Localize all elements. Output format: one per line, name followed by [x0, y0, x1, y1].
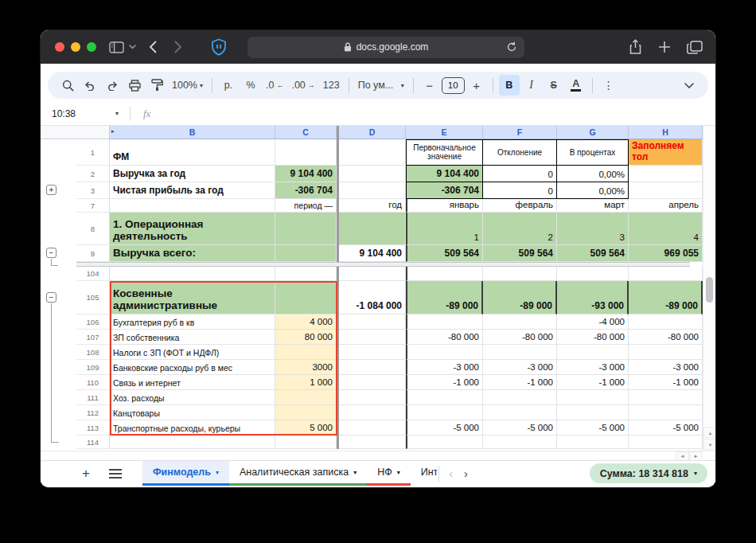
cell-E111[interactable]: [406, 390, 483, 405]
cell-D8[interactable]: [339, 213, 406, 245]
cell-F104[interactable]: [483, 267, 557, 281]
scroll-down-icon[interactable]: ▼: [703, 439, 715, 450]
cell-H110[interactable]: -1 000: [629, 375, 703, 390]
currency-format-button[interactable]: р.: [218, 75, 239, 96]
cell-G1[interactable]: В процентах: [557, 139, 629, 166]
toolbar-collapse-chevron-icon[interactable]: [684, 83, 694, 88]
cell-E107[interactable]: -80 000: [406, 330, 483, 345]
cell-B7[interactable]: [110, 199, 275, 213]
cell-F8[interactable]: 2: [483, 213, 557, 245]
cell-E3[interactable]: -306 704: [406, 182, 483, 199]
undo-icon[interactable]: [80, 75, 100, 96]
cell-B108[interactable]: Налоги с ЗП (ФОТ и НДФЛ): [110, 345, 275, 360]
column-header-H[interactable]: H: [629, 126, 703, 139]
cell-D108[interactable]: [339, 345, 406, 360]
cell-E109[interactable]: -3 000: [406, 360, 483, 375]
new-tab-icon[interactable]: [658, 41, 671, 53]
cell-D114[interactable]: [339, 436, 406, 449]
row-group-collapse-button[interactable]: −: [46, 248, 57, 258]
font-size-input[interactable]: 10: [442, 77, 465, 94]
cell-E108[interactable]: [406, 345, 483, 360]
cell-C109[interactable]: 3000: [275, 360, 337, 375]
cell-E105[interactable]: -89 000: [406, 281, 483, 314]
cell-F107[interactable]: -80 000: [483, 330, 557, 345]
share-icon[interactable]: [629, 39, 642, 55]
row-number[interactable]: 2: [76, 166, 110, 182]
vertical-scrollbar[interactable]: ▲ ▼: [703, 126, 715, 451]
cell-F113[interactable]: -5 000: [483, 420, 557, 436]
cell-B2[interactable]: Выручка за год: [110, 166, 275, 182]
name-box[interactable]: 10:38 ▾: [52, 108, 125, 119]
forward-icon[interactable]: [174, 41, 182, 53]
cell-F2[interactable]: 0: [483, 166, 557, 182]
vertical-scrollbar-thumb[interactable]: [706, 277, 713, 303]
cell-B110[interactable]: Связь и интернет: [110, 375, 275, 390]
sidebar-icon[interactable]: [109, 41, 124, 53]
sheet-tab-1[interactable]: Финмодель▾: [142, 461, 229, 486]
cell-D105[interactable]: -1 084 000: [339, 281, 406, 314]
cell-D9[interactable]: 9 104 400: [339, 245, 406, 262]
cell-G3[interactable]: 0,00%: [557, 182, 629, 199]
column-header-F[interactable]: F: [483, 126, 557, 139]
row-number[interactable]: 109: [76, 360, 110, 375]
increase-font-size-button[interactable]: +: [466, 75, 487, 96]
cell-F1[interactable]: Отклонение: [483, 139, 557, 166]
cell-C106[interactable]: 4 000: [275, 314, 337, 330]
row-number[interactable]: 106: [76, 314, 110, 330]
cell-E2[interactable]: 9 104 400: [406, 166, 483, 182]
traffic-light[interactable]: [55, 42, 64, 52]
cell-E112[interactable]: [406, 405, 483, 420]
cell-D1[interactable]: [339, 139, 406, 166]
cell-C114[interactable]: [275, 436, 337, 449]
number-format-button[interactable]: 123: [320, 75, 343, 96]
sheet-tab-4[interactable]: Инт: [411, 461, 437, 486]
cell-F108[interactable]: [483, 345, 557, 360]
more-options-icon[interactable]: ⋮: [598, 75, 619, 96]
cell-C9[interactable]: [275, 245, 337, 262]
cell-C3[interactable]: -306 704: [275, 182, 337, 199]
cell-B104[interactable]: [110, 267, 275, 281]
cell-H106[interactable]: [629, 314, 703, 330]
cell-D109[interactable]: [339, 360, 406, 375]
cell-F112[interactable]: [483, 405, 557, 420]
cell-F7[interactable]: февраль: [483, 199, 557, 213]
row-group-collapse-button[interactable]: −: [46, 292, 57, 303]
cell-C110[interactable]: 1 000: [275, 375, 337, 390]
cell-E1[interactable]: Первоначальное значение: [406, 139, 483, 166]
cell-H1[interactable]: Заполняем тол: [629, 139, 703, 166]
cell-H7[interactable]: апрель: [629, 199, 703, 213]
cell-E7[interactable]: январь: [406, 199, 483, 213]
cell-D7[interactable]: год: [339, 199, 406, 213]
traffic-light[interactable]: [87, 42, 96, 52]
cell-C105[interactable]: [275, 281, 337, 314]
cell-G108[interactable]: [557, 345, 629, 360]
cell-E114[interactable]: [406, 436, 483, 449]
row-number[interactable]: 104: [76, 267, 110, 281]
row-number[interactable]: 8: [76, 213, 110, 245]
tabs-scroll-left-icon[interactable]: ‹: [449, 467, 453, 480]
cell-E104[interactable]: [406, 267, 483, 281]
back-icon[interactable]: [149, 41, 157, 53]
row-number[interactable]: 110: [76, 375, 110, 390]
redo-icon[interactable]: [102, 75, 123, 96]
cell-H109[interactable]: -3 000: [629, 360, 703, 375]
row-number[interactable]: 7: [76, 199, 110, 213]
cell-F9[interactable]: 509 564: [483, 245, 557, 262]
cell-B112[interactable]: Канцтовары: [110, 405, 275, 420]
font-select[interactable]: По ум... ▾: [355, 75, 407, 96]
hidden-column-indicator-icon[interactable]: ▸: [111, 128, 115, 135]
cell-B114[interactable]: [110, 436, 275, 449]
cell-F3[interactable]: 0: [483, 182, 557, 199]
cell-D3[interactable]: [339, 182, 406, 199]
cell-C104[interactable]: [275, 267, 337, 281]
decrease-decimal-button[interactable]: .0←: [263, 75, 286, 96]
cell-D107[interactable]: [339, 330, 406, 345]
percent-format-button[interactable]: %: [240, 75, 261, 96]
cell-F110[interactable]: -1 000: [483, 375, 557, 390]
cell-G114[interactable]: [557, 436, 629, 449]
cell-B3[interactable]: Чистая прибыль за год: [110, 182, 275, 199]
cell-B1[interactable]: ФМ: [110, 139, 275, 166]
shield-extension-icon[interactable]: [211, 38, 227, 56]
cell-D110[interactable]: [339, 375, 406, 390]
cell-C2[interactable]: 9 104 400: [275, 166, 337, 182]
